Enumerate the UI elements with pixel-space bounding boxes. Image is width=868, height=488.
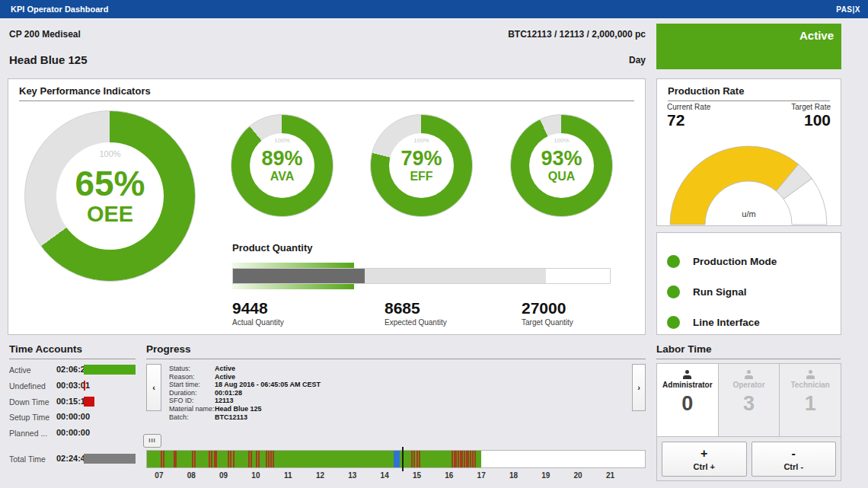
increment-button[interactable]: + Ctrl + xyxy=(662,442,747,477)
progress-prev-button[interactable]: ‹ xyxy=(146,364,161,411)
labor-role-tab[interactable]: Technician 1 xyxy=(780,364,841,436)
timeline-tick-label: 21 xyxy=(606,471,614,480)
machine-name: CP 200 Mediseal xyxy=(9,29,81,40)
person-icon xyxy=(682,370,692,379)
timeline-tick-label: 08 xyxy=(187,471,196,480)
timeline-stop-stripe xyxy=(413,451,415,467)
donut-reference-label: 100% xyxy=(389,137,454,144)
timeline-stop-stripe xyxy=(251,451,252,467)
time-account-row: Setup Time 00:00:00 xyxy=(9,412,139,423)
timeline-slider-handle[interactable]: III xyxy=(143,434,161,448)
timeline-stop-stripe xyxy=(194,451,196,467)
timeline-stop-stripe xyxy=(460,451,461,467)
progress-field: Duration: 00:01:28 xyxy=(169,389,321,397)
time-account-label: Planned ... xyxy=(9,429,47,438)
target-rate-label: Target Rate xyxy=(791,103,831,111)
actual-quantity: 9448 Actual Quantity xyxy=(232,300,284,327)
labor-role-tab[interactable]: Administrator 0 xyxy=(657,364,719,436)
donut-value: 93% xyxy=(541,148,582,169)
progress-field-label: Start time: xyxy=(169,381,215,389)
timeline-stop-stripe xyxy=(175,451,177,467)
timeline-stop-stripe xyxy=(230,451,231,467)
progress-field: Batch: BTC12113 xyxy=(169,413,321,422)
product-quantity-title: Product Quantity xyxy=(232,242,312,254)
timeline-stop-stripe xyxy=(211,451,212,467)
timeline-tick-label: 18 xyxy=(509,471,518,480)
timeline-tick-label: 14 xyxy=(381,471,389,480)
product-quantity-bullet-chart xyxy=(232,263,611,289)
progress-field-label: Batch: xyxy=(169,413,215,422)
progress-field-value: Active xyxy=(215,373,235,381)
timeline-running-segment xyxy=(147,451,481,467)
timeline-stop-stripe xyxy=(411,451,413,467)
progress-field-value: 12113 xyxy=(215,397,234,405)
progress-field: Reason: Active xyxy=(169,373,321,381)
person-icon xyxy=(806,370,815,379)
role-label: Technician xyxy=(790,381,830,389)
time-account-row: Undefined 00:03:01 xyxy=(9,381,139,391)
progress-field-value: BTC12113 xyxy=(215,413,247,422)
pasx-logo: PAS|X xyxy=(836,5,860,14)
rate-unit-label: u/m xyxy=(656,209,841,218)
timeline-stop-stripe xyxy=(233,451,235,467)
timeline-stop-stripe xyxy=(215,451,217,467)
time-account-row: Active 02:06:22 xyxy=(9,365,139,375)
timeline-tick-label: 15 xyxy=(413,471,421,480)
timeline-tick-label: 19 xyxy=(541,471,550,480)
donut-label: QUA xyxy=(548,170,576,183)
target-quantity: 27000 Target Quantity xyxy=(522,300,573,327)
timeline-stop-stripe xyxy=(266,451,267,467)
person-icon xyxy=(744,370,754,379)
donut-value: 65% xyxy=(75,165,145,202)
time-account-label: Active xyxy=(9,365,31,375)
signal-item: Run Signal xyxy=(667,276,831,307)
time-account-row: Down Time 00:15:18 xyxy=(9,397,139,407)
window-title: KPI Operator Dashboard xyxy=(11,5,108,14)
kpi-donut: 100% 79% EFF xyxy=(370,114,473,217)
progress-field-value: Head Blue 125 xyxy=(215,405,262,413)
time-account-bar xyxy=(84,381,85,391)
timeline-stop-stripe xyxy=(258,451,260,467)
donut-center: 100% 65% OEE xyxy=(56,142,164,250)
progress-field-label: Material name: xyxy=(169,405,215,413)
signal-label: Production Mode xyxy=(693,256,777,267)
kpi-panel-title: Key Performance Indicators xyxy=(19,85,634,101)
plus-shortcut: Ctrl + xyxy=(694,462,715,471)
progress-field-label: Duration: xyxy=(169,389,215,397)
quantity-bar-track xyxy=(232,268,611,284)
decrement-button[interactable]: - Ctrl - xyxy=(752,442,837,477)
time-account-bar xyxy=(84,397,94,407)
timeline-stop-stripe xyxy=(163,451,164,467)
window-titlebar: KPI Operator Dashboard PAS|X xyxy=(0,0,868,18)
status-dot-icon xyxy=(667,316,680,329)
progress-field: Status: Active xyxy=(169,365,321,373)
donut-reference-label: 100% xyxy=(56,149,164,158)
signal-label: Line Interface xyxy=(693,317,760,328)
progress-next-button[interactable]: › xyxy=(632,364,646,411)
time-account-row: Total Time 02:24:41 xyxy=(9,454,139,464)
batch-info: BTC12113 / 12113 / 2,000,000 pc xyxy=(508,29,646,40)
donut-value: 89% xyxy=(261,148,302,169)
timeline-bar[interactable] xyxy=(146,450,646,468)
kpi-donut: 100% 89% AVA xyxy=(231,114,333,217)
time-account-row: Planned ... 00:00:00 xyxy=(9,428,139,439)
timeline-tick-label: 20 xyxy=(574,471,582,480)
material-name: Head Blue 125 xyxy=(9,53,88,66)
target-rate-value: 100 xyxy=(804,111,831,129)
progress-title: Progress xyxy=(146,343,646,359)
time-account-label: Down Time xyxy=(9,397,49,407)
machine-status-button[interactable]: Active xyxy=(656,24,841,69)
time-account-label: Undefined xyxy=(9,381,46,391)
progress-details: Status: Active Reason: Active Start time… xyxy=(169,365,321,421)
kpi-donut: 100% 93% QUA xyxy=(510,114,613,217)
expected-quantity: 8685 Expected Quantity xyxy=(385,300,447,327)
expected-quantity-marker-bottom xyxy=(232,284,354,289)
labor-role-tab[interactable]: Operator 3 xyxy=(719,364,780,436)
timeline-tick-label: 13 xyxy=(348,471,356,480)
donut-center: 100% 79% EFF xyxy=(389,133,454,198)
current-rate-label: Current Rate xyxy=(667,103,710,111)
timeline-stop-stripe xyxy=(161,451,162,467)
signal-item: Line Interface xyxy=(667,307,831,337)
signal-list: Production Mode Run Signal Line Interfac… xyxy=(667,246,831,337)
progress-field: Start time: 18 Aug 2016 - 06:45:05 AM CE… xyxy=(169,381,321,389)
